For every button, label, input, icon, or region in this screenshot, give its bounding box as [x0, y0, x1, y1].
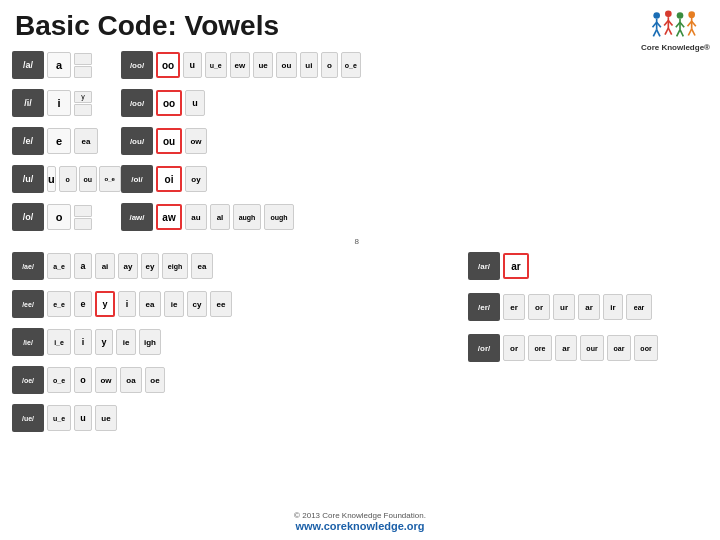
card-ea: ea	[74, 128, 98, 154]
card-ay: ay	[118, 253, 138, 279]
card-ue-ue: ue	[95, 405, 117, 431]
card-ar-highlight: ar	[503, 253, 529, 279]
card-al: al	[210, 204, 230, 230]
vowel-row-oe: /oe/ o_e o ow oa oe	[12, 362, 322, 398]
card-er: er	[503, 294, 525, 320]
card-oo-short: oo	[156, 90, 182, 116]
card-ou-main: ou	[156, 128, 182, 154]
vowel-row-ue: /ue/ u_e u ue	[12, 400, 322, 436]
bottom-section: /ae/ a_e a ai ay ey eigh ea /ee/ e_e e y…	[0, 246, 720, 438]
card-ou: ou	[79, 166, 97, 192]
card-ie-ie: ie	[116, 329, 136, 355]
vowel-row-ee: /ee/ e_e e y i ea ie cy ee	[12, 286, 322, 322]
svg-line-23	[692, 29, 695, 36]
page: Basic Code: Vowels	[0, 0, 720, 540]
vowel-label-aw: /aw/	[121, 203, 153, 231]
card-o-main: o	[47, 204, 71, 230]
card-o-e2: o_e	[341, 52, 361, 78]
vowel-label-ou: /ou/	[121, 127, 153, 155]
card-e-ee: e	[74, 291, 92, 317]
card-y-ee: y	[95, 291, 115, 317]
vowel-row-ae: /ae/ a_e a ai ay ey eigh ea	[12, 248, 322, 284]
vowel-label-oe: /oe/	[12, 366, 44, 394]
card-ie-ee: ie	[164, 291, 184, 317]
card-ow-oe: ow	[95, 367, 117, 393]
vowel-row-oo-short: /oo/ oo u	[121, 85, 361, 121]
vowel-label-a: /a/	[12, 51, 44, 79]
right-spacer	[365, 47, 708, 246]
card-oi: oi	[156, 166, 182, 192]
vowel-row-oo-long: /oo/ oo u u_e ew ue ou ui o o_e	[121, 47, 361, 83]
vowel-label-ie: /ie/	[12, 328, 44, 356]
card-au: au	[185, 204, 207, 230]
card-ai: ai	[95, 253, 115, 279]
card-ew: ew	[230, 52, 250, 78]
section-num: 8	[121, 237, 361, 246]
card-o-e: o_e	[99, 166, 121, 192]
logo-figures-icon	[650, 8, 700, 43]
vowel-row-i: /i/ i y	[12, 85, 117, 121]
card-ea-ee: ea	[139, 291, 161, 317]
vowel-row-er: /er/ er or ur ar ir ear	[468, 289, 708, 325]
card-our: our	[580, 335, 604, 361]
card-u-short: u	[185, 90, 205, 116]
card-u-oo: u	[183, 52, 201, 78]
card-ore: ore	[528, 335, 552, 361]
svg-line-17	[680, 30, 683, 37]
card-i-ie: i	[74, 329, 92, 355]
card-o: o	[59, 166, 77, 192]
footer: © 2013 Core Knowledge Foundation. www.co…	[0, 511, 720, 532]
vowel-label-e: /e/	[12, 127, 44, 155]
vowel-label-oo-long: /oo/	[121, 51, 153, 79]
card-u: u	[47, 166, 56, 192]
card-y-ie: y	[95, 329, 113, 355]
vowel-row-ie: /ie/ i_e i y ie igh	[12, 324, 322, 360]
vowel-label-oi: /oi/	[121, 165, 153, 193]
svg-line-10	[665, 28, 668, 35]
vowel-row-o: /o/ o	[12, 199, 117, 235]
vowel-row-ou: /ou/ ou ow	[121, 123, 361, 159]
card-ear: ear	[626, 294, 652, 320]
card-ui: ui	[300, 52, 318, 78]
card-u-ue: u	[74, 405, 92, 431]
card-or: or	[503, 335, 525, 361]
vowel-label-i: /i/	[12, 89, 44, 117]
header: Basic Code: Vowels	[0, 0, 720, 47]
vowel-row-oi: /oi/ oi oy	[121, 161, 361, 197]
svg-line-4	[654, 30, 657, 37]
card-a-e: a_e	[47, 253, 71, 279]
card-u-e: u_e	[47, 405, 71, 431]
logo-text: Core Knowledge®	[641, 43, 710, 53]
vowel-label-o: /o/	[12, 203, 44, 231]
card-ow: ow	[185, 128, 207, 154]
footer-url: www.coreknowledge.org	[0, 520, 720, 532]
vowel-row-or: /or/ or ore ar our oar oor	[468, 330, 708, 366]
card-i: i	[47, 90, 71, 116]
vowel-row-e: /e/ e ea	[12, 123, 117, 159]
card-e: e	[47, 128, 71, 154]
card-ir: ir	[603, 294, 623, 320]
footer-copyright: © 2013 Core Knowledge Foundation.	[0, 511, 720, 520]
card-aw: aw	[156, 204, 182, 230]
vowel-label-ar: /ar/	[468, 252, 500, 280]
long-vowels-col: /ae/ a_e a ai ay ey eigh ea /ee/ e_e e y…	[12, 248, 322, 436]
other-vowels-col: /oo/ oo u u_e ew ue ou ui o o_e /oo/ oo …	[121, 47, 361, 246]
vowel-label-oo-short: /oo/	[121, 89, 153, 117]
card-a-ae: a	[74, 253, 92, 279]
card-oa: oa	[120, 367, 142, 393]
card-ee: ee	[210, 291, 232, 317]
card-a: a	[47, 52, 71, 78]
card-oo-highlight: oo	[156, 52, 180, 78]
logo-area: Core Knowledge®	[641, 8, 710, 53]
vowel-label-u: /u/	[12, 165, 44, 193]
card-ough: ough	[264, 204, 294, 230]
card-ar-or: ar	[555, 335, 577, 361]
vowel-label-ee: /ee/	[12, 290, 44, 318]
card-oar: oar	[607, 335, 631, 361]
vowel-row-aw: /aw/ aw au al augh ough	[121, 199, 361, 235]
card-i-ee: i	[118, 291, 136, 317]
card-o-oe: o	[74, 367, 92, 393]
vowel-label-or: /or/	[468, 334, 500, 362]
card-ey: ey	[141, 253, 159, 279]
short-vowels-col: /a/ a /i/ i y /e/ e ea	[12, 47, 117, 246]
